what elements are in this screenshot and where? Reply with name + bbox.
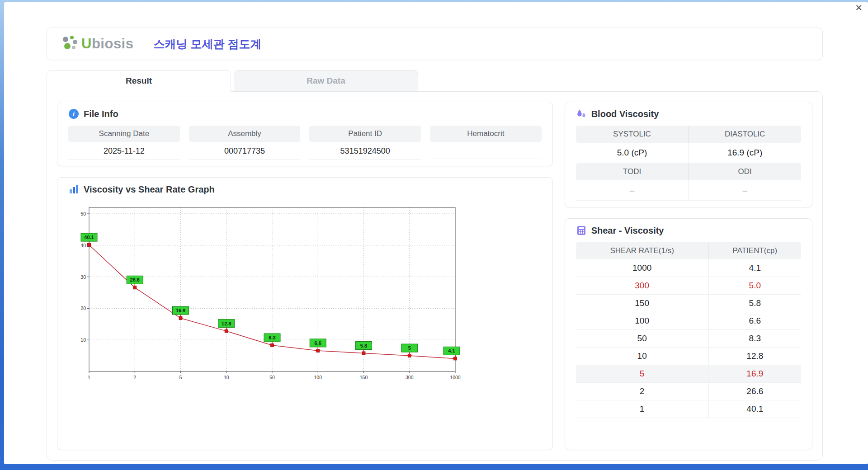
droplets-icon xyxy=(576,108,587,119)
bv-header-cell: SYSTOLIC xyxy=(576,126,689,143)
file-info-field: Patient ID53151924500 xyxy=(309,126,421,160)
page: Ubiosis 스캐닝 모세관 점도계 ResultRaw Data i xyxy=(4,2,868,464)
ubiosis-logo: Ubiosis xyxy=(61,35,133,53)
svg-text:1000: 1000 xyxy=(450,375,461,380)
svg-text:26.6: 26.6 xyxy=(130,277,140,282)
shear-viscosity-card: Shear - Viscosity SHEAR RATE(1/s)PATIENT… xyxy=(565,218,812,450)
svg-text:10: 10 xyxy=(224,375,229,380)
svg-text:10: 10 xyxy=(80,337,86,343)
tab-bar: ResultRaw Data xyxy=(47,70,823,92)
shear-rate-cell: 2 xyxy=(576,383,708,400)
field-label: Patient ID xyxy=(309,126,421,142)
shear-rate-cell: 150 xyxy=(576,295,708,312)
field-value: 000717735 xyxy=(189,142,301,160)
tab-result[interactable]: Result xyxy=(47,70,231,92)
left-column: i File Info Scanning Date2025-11-12Assem… xyxy=(57,102,553,450)
shear-column-header: PATIENT(cp) xyxy=(708,242,801,259)
window-close-button[interactable]: × xyxy=(855,2,863,12)
bv-header-cell: DIASTOLIC xyxy=(688,126,801,143)
svg-text:30: 30 xyxy=(80,274,86,280)
svg-text:5.8: 5.8 xyxy=(360,343,367,348)
file-info-fields: Scanning Date2025-11-12Assembly000717735… xyxy=(68,126,542,160)
info-icon: i xyxy=(68,108,79,119)
blood-viscosity-title: Blood Viscosity xyxy=(576,108,801,119)
shear-rate-cell: 50 xyxy=(576,330,708,348)
main-content: i File Info Scanning Date2025-11-12Assem… xyxy=(47,91,823,461)
patient-value-cell: 16.9 xyxy=(708,365,801,383)
bv-header-cell: TODI xyxy=(576,163,689,180)
patient-value-cell: 6.6 xyxy=(708,312,801,330)
file-info-card: i File Info Scanning Date2025-11-12Assem… xyxy=(57,102,553,166)
svg-text:100: 100 xyxy=(314,375,322,380)
svg-text:5: 5 xyxy=(408,345,411,351)
right-column: Blood Viscosity SYSTOLICDIASTOLIC5.0 (cP… xyxy=(565,102,812,450)
file-info-field: Hematocrit xyxy=(430,126,542,160)
shear-header-row: SHEAR RATE(1/s)PATIENT(cp) xyxy=(576,242,801,259)
table-row: 226.6 xyxy=(576,383,801,400)
patient-value-cell: 4.1 xyxy=(708,259,801,277)
table-row: 3005.0 xyxy=(576,277,801,295)
table-row: 1006.6 xyxy=(576,312,801,330)
svg-text:50: 50 xyxy=(80,211,86,216)
field-label: Scanning Date xyxy=(68,126,180,142)
svg-text:20: 20 xyxy=(80,306,86,311)
field-value xyxy=(430,142,542,159)
bv-header-cell: ODI xyxy=(688,163,801,180)
shear-viscosity-table: SHEAR RATE(1/s)PATIENT(cp)10004.13005.01… xyxy=(576,242,801,418)
field-label: Assembly xyxy=(189,126,301,142)
svg-text:5: 5 xyxy=(179,375,182,380)
shear-rate-cell: 1000 xyxy=(576,259,708,277)
bv-header-row: SYSTOLICDIASTOLIC xyxy=(576,126,801,143)
field-value: 2025-11-12 xyxy=(68,142,180,160)
file-info-field: Assembly000717735 xyxy=(189,126,301,160)
shear-viscosity-title: Shear - Viscosity xyxy=(576,225,801,236)
table-row: 1012.8 xyxy=(576,348,801,365)
bv-value-cell: 5.0 (cP) xyxy=(576,143,689,163)
shear-column-header: SHEAR RATE(1/s) xyxy=(576,242,708,259)
logo-text: Ubiosis xyxy=(81,36,133,52)
shear-rate-cell: 1 xyxy=(576,400,708,418)
svg-text:8.3: 8.3 xyxy=(269,335,275,340)
graph-title: Viscosity vs Shear Rate Graph xyxy=(68,184,542,195)
table-row: 140.1 xyxy=(576,400,801,418)
svg-text:40: 40 xyxy=(80,243,86,248)
logo-dots-icon xyxy=(61,35,79,53)
bv-value-cell: – xyxy=(688,180,801,201)
patient-value-cell: 8.3 xyxy=(708,330,801,348)
tab-raw-data[interactable]: Raw Data xyxy=(234,70,418,92)
patient-value-cell: 5.8 xyxy=(708,295,801,312)
svg-text:2: 2 xyxy=(133,375,136,380)
shear-rate-cell: 10 xyxy=(576,348,708,365)
patient-value-cell: 26.6 xyxy=(708,383,801,400)
table-row: 1505.8 xyxy=(576,295,801,312)
bv-value-row: –– xyxy=(576,180,801,201)
field-value: 53151924500 xyxy=(309,142,421,160)
viscosity-chart: 12510501001503001000102030405040.126.616… xyxy=(68,201,542,387)
file-info-field: Scanning Date2025-11-12 xyxy=(68,126,180,160)
desktop-background: × Ubiosis 스캐닝 모세관 점도 xyxy=(0,0,868,470)
svg-text:4.1: 4.1 xyxy=(448,348,455,353)
bar-chart-icon xyxy=(68,184,79,195)
header: Ubiosis 스캐닝 모세관 점도계 xyxy=(47,28,823,60)
page-title: 스캐닝 모세관 점도계 xyxy=(153,37,261,52)
blood-viscosity-card: Blood Viscosity SYSTOLICDIASTOLIC5.0 (cP… xyxy=(565,102,812,207)
patient-value-cell: 40.1 xyxy=(708,400,801,418)
table-row: 508.3 xyxy=(576,330,801,348)
calculator-grid-icon xyxy=(576,225,587,236)
table-row: 10004.1 xyxy=(576,259,801,277)
patient-value-cell: 5.0 xyxy=(708,277,801,295)
bv-value-cell: 16.9 (cP) xyxy=(688,143,801,163)
viscosity-graph-card: Viscosity vs Shear Rate Graph 1251050100… xyxy=(57,177,553,450)
bv-value-cell: – xyxy=(576,180,689,201)
file-info-title: i File Info xyxy=(68,108,542,119)
svg-text:40.1: 40.1 xyxy=(84,235,94,240)
bv-value-row: 5.0 (cP)16.9 (cP) xyxy=(576,143,801,163)
shear-rate-cell: 100 xyxy=(576,312,708,330)
shear-rate-cell: 300 xyxy=(576,277,708,295)
svg-text:i: i xyxy=(73,111,75,118)
patient-value-cell: 12.8 xyxy=(708,348,801,365)
svg-text:6.6: 6.6 xyxy=(315,340,321,346)
app-window: × Ubiosis 스캐닝 모세관 점도 xyxy=(4,2,868,464)
blood-viscosity-grid: SYSTOLICDIASTOLIC5.0 (cP)16.9 (cP)TODIOD… xyxy=(576,126,801,201)
field-label: Hematocrit xyxy=(430,126,542,142)
